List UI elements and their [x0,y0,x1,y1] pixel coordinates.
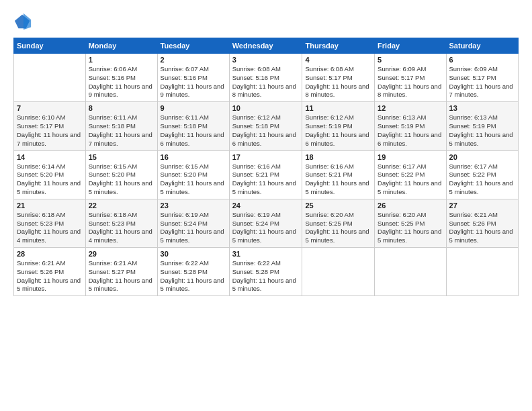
day-info: Sunrise: 6:13 AMSunset: 5:19 PMDaylight:… [449,113,515,148]
logo [13,12,35,31]
day-info-line: Sunset: 5:27 PM [89,268,154,277]
day-info-line: Daylight: 11 hours and 4 minutes. [17,228,83,245]
day-info: Sunrise: 6:18 AMSunset: 5:23 PMDaylight:… [17,211,83,245]
day-info-line: Daylight: 11 hours and 5 minutes. [161,179,226,197]
day-info-line: Sunrise: 6:11 AM [161,113,226,122]
day-info: Sunrise: 6:12 AMSunset: 5:18 PMDaylight:… [232,113,300,148]
day-info-line: Sunrise: 6:22 AM [161,259,226,268]
day-info: Sunrise: 6:06 AMSunset: 5:16 PMDaylight:… [89,65,154,99]
day-info-line: Sunrise: 6:14 AM [17,163,83,171]
day-info-line: Daylight: 11 hours and 7 minutes. [89,131,154,148]
day-number: 18 [305,153,371,161]
day-info-line: Daylight: 11 hours and 5 minutes. [232,179,300,197]
day-info-line: Sunset: 5:19 PM [378,122,443,131]
col-friday: Friday [375,38,446,54]
day-info: Sunrise: 6:08 AMSunset: 5:16 PMDaylight:… [232,65,300,99]
table-row: 3Sunrise: 6:08 AMSunset: 5:16 PMDaylight… [229,54,302,102]
day-info-line: Sunrise: 6:20 AM [378,211,443,220]
table-row: 11Sunrise: 6:12 AMSunset: 5:19 PMDayligh… [302,102,375,150]
table-row: 27Sunrise: 6:21 AMSunset: 5:26 PMDayligh… [446,199,518,247]
day-info-line: Sunset: 5:22 PM [449,171,515,179]
col-sunday: Sunday [14,38,86,54]
day-info-line: Sunset: 5:21 PM [305,171,371,179]
calendar-week-row: 1Sunrise: 6:06 AMSunset: 5:16 PMDaylight… [14,54,519,102]
day-info-line: Sunrise: 6:08 AM [305,65,371,74]
day-info-line: Daylight: 11 hours and 5 minutes. [305,228,371,245]
day-info: Sunrise: 6:11 AMSunset: 5:18 PMDaylight:… [161,113,226,148]
day-number: 25 [305,201,371,210]
table-row: 23Sunrise: 6:19 AMSunset: 5:24 PMDayligh… [157,199,229,247]
day-info: Sunrise: 6:22 AMSunset: 5:28 PMDaylight:… [161,259,226,293]
table-row: 29Sunrise: 6:21 AMSunset: 5:27 PMDayligh… [85,248,157,296]
day-info: Sunrise: 6:17 AMSunset: 5:22 PMDaylight:… [449,163,515,197]
calendar-header-row: Sunday Monday Tuesday Wednesday Thursday… [14,38,519,54]
day-info: Sunrise: 6:15 AMSunset: 5:20 PMDaylight:… [89,163,154,197]
calendar-week-row: 28Sunrise: 6:21 AMSunset: 5:26 PMDayligh… [14,248,519,296]
table-row: 12Sunrise: 6:13 AMSunset: 5:19 PMDayligh… [375,102,446,150]
table-row: 28Sunrise: 6:21 AMSunset: 5:26 PMDayligh… [14,248,86,296]
day-info-line: Daylight: 11 hours and 8 minutes. [232,83,300,100]
day-info-line: Sunrise: 6:13 AM [449,113,515,122]
day-info-line: Daylight: 11 hours and 5 minutes. [17,277,83,294]
day-number: 31 [232,250,300,258]
day-info-line: Sunset: 5:23 PM [17,220,83,228]
table-row: 21Sunrise: 6:18 AMSunset: 5:23 PMDayligh… [14,199,86,247]
day-info-line: Sunrise: 6:22 AM [232,259,300,268]
table-row [446,248,518,296]
day-info-line: Sunset: 5:17 PM [305,74,371,83]
day-info-line: Daylight: 11 hours and 5 minutes. [161,228,226,245]
col-monday: Monday [85,38,157,54]
day-info-line: Sunset: 5:25 PM [378,220,443,228]
col-saturday: Saturday [446,38,518,54]
day-info: Sunrise: 6:12 AMSunset: 5:19 PMDaylight:… [305,113,371,148]
day-number: 14 [17,153,83,161]
day-info-line: Sunrise: 6:21 AM [89,259,154,268]
day-info-line: Sunset: 5:16 PM [161,74,226,83]
day-info-line: Sunset: 5:20 PM [161,171,226,179]
day-info-line: Sunrise: 6:19 AM [161,211,226,220]
day-info-line: Sunset: 5:17 PM [17,122,83,131]
day-info-line: Daylight: 11 hours and 5 minutes. [232,277,300,294]
day-info-line: Sunset: 5:23 PM [89,220,154,228]
day-number: 27 [449,201,515,210]
table-row: 1Sunrise: 6:06 AMSunset: 5:16 PMDaylight… [85,54,157,102]
day-info-line: Daylight: 11 hours and 6 minutes. [305,131,371,148]
day-info-line: Sunrise: 6:21 AM [17,259,83,268]
day-info-line: Daylight: 11 hours and 5 minutes. [449,228,515,245]
day-info-line: Sunrise: 6:17 AM [378,163,443,171]
day-number: 23 [161,201,226,210]
table-row: 20Sunrise: 6:17 AMSunset: 5:22 PMDayligh… [446,150,518,199]
calendar-week-row: 14Sunrise: 6:14 AMSunset: 5:20 PMDayligh… [14,150,519,199]
day-info-line: Daylight: 11 hours and 6 minutes. [378,131,443,148]
day-number: 29 [89,250,154,258]
table-row: 5Sunrise: 6:09 AMSunset: 5:17 PMDaylight… [375,54,446,102]
day-number: 24 [232,201,300,210]
calendar-week-row: 7Sunrise: 6:10 AMSunset: 5:17 PMDaylight… [14,102,519,150]
day-info: Sunrise: 6:21 AMSunset: 5:26 PMDaylight:… [449,211,515,245]
day-info-line: Daylight: 11 hours and 4 minutes. [89,228,154,245]
day-info: Sunrise: 6:20 AMSunset: 5:25 PMDaylight:… [378,211,443,245]
day-info: Sunrise: 6:20 AMSunset: 5:25 PMDaylight:… [305,211,371,245]
day-number: 2 [161,56,226,64]
day-info-line: Sunrise: 6:06 AM [89,65,154,74]
day-info-line: Sunrise: 6:18 AM [89,211,154,220]
table-row: 17Sunrise: 6:16 AMSunset: 5:21 PMDayligh… [229,150,302,199]
day-info: Sunrise: 6:17 AMSunset: 5:22 PMDaylight:… [378,163,443,197]
day-number: 13 [449,104,515,112]
table-row: 13Sunrise: 6:13 AMSunset: 5:19 PMDayligh… [446,102,518,150]
header [13,12,519,31]
day-info-line: Sunset: 5:28 PM [232,268,300,277]
day-info-line: Sunset: 5:21 PM [232,171,300,179]
day-info-line: Sunrise: 6:18 AM [17,211,83,220]
day-info-line: Daylight: 11 hours and 5 minutes. [378,228,443,245]
table-row [375,248,446,296]
day-info: Sunrise: 6:21 AMSunset: 5:26 PMDaylight:… [17,259,83,293]
day-info: Sunrise: 6:08 AMSunset: 5:17 PMDaylight:… [305,65,371,99]
day-info-line: Sunrise: 6:10 AM [17,113,83,122]
day-number: 10 [232,104,300,112]
day-info-line: Daylight: 11 hours and 5 minutes. [17,179,83,197]
day-number: 1 [89,56,154,64]
svg-marker-1 [24,13,31,30]
table-row: 15Sunrise: 6:15 AMSunset: 5:20 PMDayligh… [85,150,157,199]
day-number: 22 [89,201,154,210]
